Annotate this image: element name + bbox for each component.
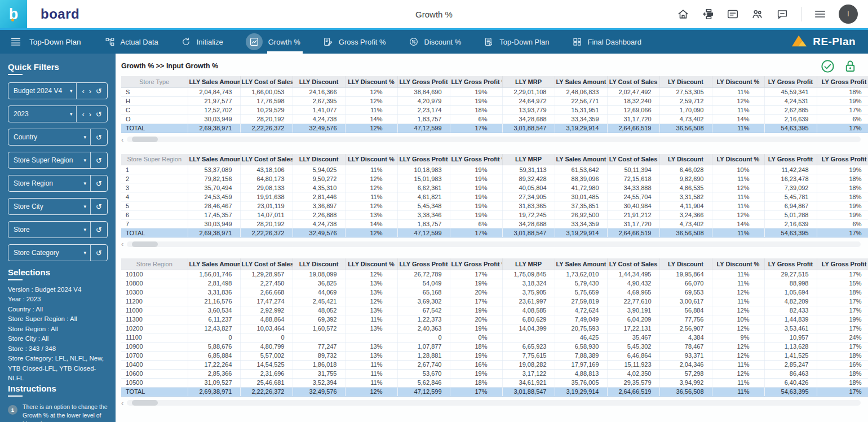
cell[interactable]: 4,24,738 (293, 219, 345, 228)
cell[interactable]: 2,31,696 (240, 369, 293, 378)
cell[interactable]: 2,22,26,372 (240, 387, 293, 396)
cell[interactable]: 4,80,799 (240, 342, 293, 351)
cell[interactable]: 11% (345, 165, 397, 174)
cell[interactable]: 2,69,38,971 (188, 387, 240, 396)
cell[interactable]: 24,16,366 (293, 87, 345, 96)
cell[interactable]: 35,467 (607, 333, 659, 342)
cell[interactable]: 3,01,88,547 (502, 124, 555, 133)
cell[interactable]: 17% (450, 387, 502, 396)
cell[interactable]: 18% (817, 174, 868, 183)
cell[interactable]: 7,75,615 (502, 351, 555, 360)
cell[interactable]: 3,24,366 (659, 210, 712, 219)
cell[interactable]: 30,03,949 (188, 115, 240, 124)
cell[interactable]: 5,62,846 (397, 378, 450, 387)
cell[interactable]: 65,168 (397, 288, 450, 297)
cell[interactable]: 36,56,508 (659, 228, 712, 238)
cell[interactable]: 18% (817, 351, 868, 360)
cell[interactable]: 19% (450, 165, 502, 174)
reset-icon[interactable]: ↺ (96, 226, 102, 234)
cell[interactable]: 1,41,077 (293, 106, 345, 115)
cell[interactable]: 11% (712, 360, 764, 369)
cell[interactable]: 2,81,446 (293, 192, 345, 201)
cell[interactable]: 89,732 (293, 351, 345, 360)
cell[interactable]: 12% (712, 342, 764, 351)
tab-gross-profit[interactable]: Gross Profit % (323, 30, 386, 54)
cell[interactable]: 12% (345, 201, 397, 210)
cell[interactable]: 12% (712, 351, 764, 360)
cell[interactable]: 2,04,346 (659, 360, 712, 369)
cell[interactable]: 17% (450, 270, 502, 279)
cell[interactable]: 16,23,478 (764, 174, 817, 183)
cell[interactable]: 11% (712, 124, 764, 133)
cell[interactable]: 17,22,131 (607, 324, 659, 333)
cell[interactable]: 2,67,740 (397, 360, 450, 369)
cell[interactable]: 12% (345, 96, 397, 106)
cell[interactable]: 28,20,192 (240, 219, 293, 228)
cell[interactable]: 11% (712, 228, 764, 238)
cell[interactable]: 19% (450, 351, 502, 360)
cell[interactable]: 11% (345, 192, 397, 201)
cell[interactable]: 1,73,62,010 (555, 270, 607, 279)
cell[interactable]: 1,75,09,845 (502, 270, 555, 279)
cell[interactable]: 19% (450, 192, 502, 201)
tab-top-down-plan[interactable]: Top-Down Plan (484, 30, 549, 54)
cell[interactable]: 19% (450, 369, 502, 378)
cell[interactable]: 4,86,535 (659, 183, 712, 192)
cell[interactable]: 12,52,702 (188, 106, 240, 115)
cell[interactable]: 4,384 (659, 333, 712, 342)
cell[interactable]: 14% (345, 115, 397, 124)
cell[interactable]: 11% (712, 270, 764, 279)
filter-store-city[interactable]: Store City▾↺ (8, 198, 108, 215)
cell[interactable]: 11,42,248 (764, 165, 817, 174)
cell[interactable]: 2,48,06,833 (555, 87, 607, 96)
cell[interactable]: 13,93,779 (502, 106, 555, 115)
cell[interactable]: 13% (345, 342, 397, 351)
screens-icon[interactable] (702, 8, 714, 20)
cell[interactable]: 3,01,88,547 (502, 228, 555, 238)
cell[interactable]: 72,15,618 (607, 174, 659, 183)
cell[interactable]: 19% (817, 201, 868, 210)
cell[interactable]: 12,43,827 (188, 324, 240, 333)
cell[interactable]: 6,58,930 (555, 342, 607, 351)
cell[interactable]: 1,56,01,746 (188, 270, 240, 279)
cell[interactable]: 67,542 (397, 306, 450, 315)
cell[interactable]: 2,85,247 (764, 360, 817, 369)
cell[interactable]: 12% (712, 324, 764, 333)
cell[interactable]: 12% (345, 174, 397, 183)
cell[interactable]: 0 (240, 333, 293, 342)
cell[interactable]: 4,11,904 (659, 201, 712, 210)
cell[interactable]: 11% (712, 387, 764, 396)
cell[interactable]: 17% (817, 306, 868, 315)
cell[interactable]: 4,73,402 (659, 219, 712, 228)
cell[interactable]: 46,425 (555, 333, 607, 342)
cell[interactable]: 5,57,002 (240, 351, 293, 360)
notes-icon[interactable] (727, 8, 739, 20)
cell[interactable]: 2,22,26,372 (240, 228, 293, 238)
cell[interactable]: 10% (712, 315, 764, 324)
cell[interactable]: 12% (712, 306, 764, 315)
tab-final-dashboard[interactable]: Final Dashboard (572, 30, 641, 54)
tab-actual-data[interactable]: Actual Data (105, 30, 158, 54)
cell[interactable]: 6,80,629 (502, 315, 555, 324)
cell[interactable]: 10,03,464 (240, 324, 293, 333)
cell[interactable]: 4,02,350 (607, 369, 659, 378)
cell[interactable]: 30,03,949 (188, 219, 240, 228)
cell[interactable]: 13% (345, 279, 397, 288)
cell[interactable]: 17,76,598 (240, 96, 293, 106)
avatar[interactable]: I (839, 5, 858, 24)
cell[interactable]: 6% (450, 219, 502, 228)
cell[interactable]: 18% (817, 378, 868, 387)
scrollbar-track[interactable] (127, 400, 861, 406)
cell[interactable]: 3,31,836 (188, 288, 240, 297)
cell[interactable]: 2,69,38,971 (188, 228, 240, 238)
cell[interactable]: 2,40,363 (397, 324, 450, 333)
cell[interactable]: 43,18,106 (240, 165, 293, 174)
cell[interactable]: 11% (712, 378, 764, 387)
cell[interactable]: 14% (712, 115, 764, 124)
cell[interactable]: 20% (450, 288, 502, 297)
cell[interactable]: 12% (345, 228, 397, 238)
cell[interactable]: 1,86,018 (293, 360, 345, 369)
cell[interactable]: 59,31,113 (502, 165, 555, 174)
cell[interactable]: 4,24,738 (293, 115, 345, 124)
cell[interactable]: 2,16,639 (764, 219, 817, 228)
